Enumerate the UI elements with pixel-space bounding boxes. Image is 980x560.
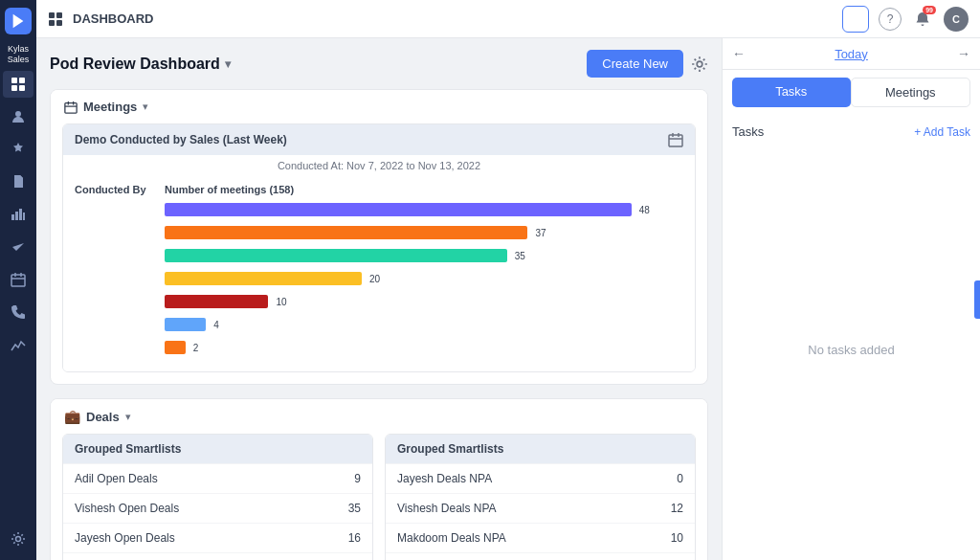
deal-count: 10: [671, 531, 683, 545]
meetings-title: Meetings: [83, 100, 137, 114]
chart-bar-row: 20: [165, 270, 683, 287]
svg-rect-7: [15, 212, 18, 220]
chart-bar-row: 37: [165, 224, 683, 241]
chart-bar-row: 35: [165, 247, 683, 264]
deals-title: Deals: [86, 410, 120, 424]
deals-left-card: Grouped Smartlists Adil Open Deals9Vishe…: [62, 434, 373, 560]
deals-left-rows: Adil Open Deals9Vishesh Open Deals35Jaye…: [63, 463, 372, 560]
svg-rect-8: [19, 209, 22, 220]
deals-right-header: Grouped Smartlists: [386, 435, 695, 463]
sidebar-item-settings[interactable]: [3, 526, 33, 552]
page-title-arrow[interactable]: ▾: [225, 57, 231, 71]
svg-rect-10: [11, 275, 25, 286]
chart-bar-row: 48: [165, 201, 683, 218]
chart-bars-header: Number of meetings (158): [165, 184, 683, 195]
deal-row[interactable]: Adil Open Deals9: [63, 463, 372, 493]
svg-rect-24: [669, 135, 682, 146]
deals-right-rows: Jayesh Deals NPA0Vishesh Deals NPA12Makd…: [386, 463, 695, 560]
deals-header: 💼 Deals ▾: [51, 399, 707, 434]
bar-value: 2: [193, 343, 199, 353]
sidebar-item-analytics[interactable]: [3, 331, 33, 358]
bar-value: 48: [639, 205, 650, 215]
chart-calendar-icon[interactable]: [668, 132, 683, 147]
notifications-button[interactable]: 99: [911, 8, 934, 31]
sidebar-item-phone[interactable]: [3, 299, 33, 325]
deal-count: 12: [671, 502, 683, 515]
svg-rect-15: [49, 12, 55, 18]
sidebar-item-tasks[interactable]: [3, 234, 33, 260]
tasks-label: Tasks: [732, 124, 764, 139]
user-avatar[interactable]: C: [944, 7, 969, 32]
svg-rect-18: [56, 20, 62, 26]
deals-chevron[interactable]: ▾: [125, 411, 131, 423]
deal-row[interactable]: Vishesh Open Deals35: [63, 493, 372, 523]
meetings-chevron[interactable]: ▾: [143, 101, 148, 113]
chart-card-header: Demo Conducted by Sales (Last Week): [63, 124, 695, 155]
deal-row[interactable]: Makdoom Open Deals27: [63, 552, 372, 560]
deals-grid: Grouped Smartlists Adil Open Deals9Vishe…: [51, 434, 707, 560]
deal-count: 16: [348, 531, 361, 545]
deal-label: Vishesh Deals NPA: [397, 502, 497, 515]
add-task-button[interactable]: + Add Task: [914, 125, 970, 139]
tab-tasks[interactable]: Tasks: [732, 78, 851, 107]
page-header: Pod Review Dashboard ▾ Create New: [50, 50, 708, 78]
chart-bar-row: 2: [165, 339, 683, 356]
main-content: Pod Review Dashboard ▾ Create New Meetin…: [36, 38, 722, 560]
chart-body: Conducted By Number of meetings (158) 48…: [63, 176, 695, 371]
chart-bar-row: 10: [165, 293, 683, 310]
meetings-icon: [64, 101, 78, 114]
panel-date-title[interactable]: Today: [753, 47, 949, 61]
deal-label: Adil Open Deals: [75, 472, 158, 485]
create-new-button[interactable]: Create New: [587, 50, 683, 78]
bar-value: 4: [213, 320, 219, 330]
sidebar-item-contacts[interactable]: [3, 103, 33, 130]
panel-prev-arrow[interactable]: ←: [732, 46, 746, 61]
sidebar-item-calendar[interactable]: [3, 266, 33, 293]
deal-row[interactable]: Jayesh Deals NPA0: [386, 463, 695, 493]
deal-row[interactable]: Anmol Deals NPA5: [386, 552, 695, 560]
svg-rect-6: [11, 214, 14, 220]
deal-label: Jayesh Deals NPA: [397, 472, 492, 485]
sidebar-item-dashboard[interactable]: [3, 71, 33, 98]
panel-content: Tasks + Add Task No tasks added: [723, 115, 980, 560]
bar-value: 10: [276, 297, 286, 307]
bar-value: 35: [515, 251, 525, 261]
app-logo[interactable]: [5, 8, 32, 34]
chart-date-range: Conducted At: Nov 7, 2022 to Nov 13, 202…: [63, 155, 695, 176]
add-button[interactable]: [842, 6, 869, 33]
chart-bar-row: 4: [165, 316, 683, 333]
chart-bars: 483735201042: [165, 201, 683, 356]
svg-rect-4: [19, 85, 25, 91]
tab-meetings[interactable]: Meetings: [851, 78, 971, 107]
svg-rect-16: [56, 12, 62, 18]
no-tasks-message: No tasks added: [732, 148, 970, 550]
deal-label: Jayesh Open Deals: [75, 531, 175, 545]
meetings-section: Meetings ▾ Demo Conducted by Sales (Last…: [50, 89, 708, 385]
deal-count: 35: [348, 502, 361, 515]
svg-point-14: [16, 537, 21, 542]
deal-row[interactable]: Jayesh Open Deals16: [63, 523, 372, 552]
deal-row[interactable]: Makdoom Deals NPA10: [386, 523, 695, 552]
deal-count: 0: [677, 472, 683, 485]
deal-row[interactable]: Vishesh Deals NPA12: [386, 493, 695, 523]
help-button[interactable]: ?: [879, 8, 902, 31]
topbar: DASHBOARD ? 99 C: [36, 0, 980, 38]
bar-value: 20: [369, 274, 380, 284]
deals-section: 💼 Deals ▾ Grouped Smartlists Adil Open D…: [50, 398, 708, 560]
meetings-chart-card: Demo Conducted by Sales (Last Week) Cond…: [62, 123, 696, 372]
sidebar-item-documents[interactable]: [3, 168, 33, 195]
page-title: Pod Review Dashboard ▾: [50, 56, 231, 73]
panel-tabs: Tasks Meetings: [723, 70, 980, 115]
bar-value: 37: [535, 228, 546, 238]
sidebar: Kylas Sales: [0, 0, 36, 560]
panel-next-arrow[interactable]: →: [957, 46, 970, 61]
svg-rect-3: [11, 85, 17, 91]
tasks-header: Tasks + Add Task: [732, 124, 970, 139]
svg-rect-2: [19, 78, 25, 83]
svg-point-5: [15, 111, 21, 117]
page-settings-icon[interactable]: [691, 56, 708, 73]
app-brand: Kylas Sales: [8, 44, 30, 65]
sidebar-item-deals[interactable]: [3, 136, 33, 163]
meetings-header: Meetings ▾: [51, 90, 707, 123]
sidebar-item-reports[interactable]: [3, 201, 33, 228]
